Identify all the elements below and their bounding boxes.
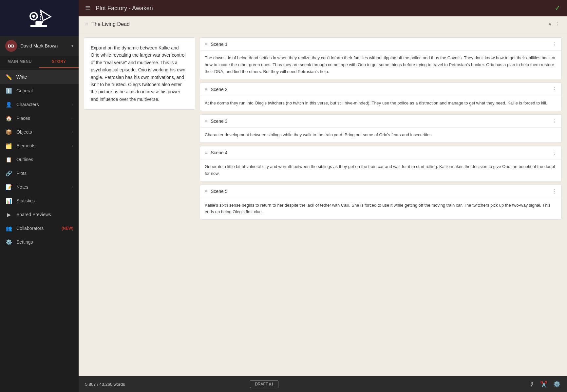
scene-5-body: Kallie's sixth sense begins to return to… [200, 198, 561, 220]
nav-elements-label: Elements [16, 143, 72, 148]
scene-5-title: Scene 5 [211, 189, 552, 194]
sidebar-item-outlines[interactable]: 📋 Outlines [0, 153, 79, 166]
tab-main-menu[interactable]: MAIN MENU [0, 56, 39, 68]
elements-icon: 🗂️ [5, 142, 12, 149]
sidebar-item-characters[interactable]: 👤 Characters › [0, 98, 79, 111]
statistics-icon: 📊 [5, 197, 12, 204]
topbar: ☰ Plot Factory - Awaken ✓ [79, 0, 567, 16]
two-column-layout: Expand on the dynamic between Kallie and… [79, 32, 567, 376]
sidebar-item-settings[interactable]: ⚙️ Settings [0, 235, 79, 249]
places-icon: 🏠 [5, 115, 12, 122]
sidebar-nav: ✏️ Write ℹ️ General 👤 Characters › 🏠 Pla… [0, 68, 79, 392]
sidebar-item-places[interactable]: 🏠 Places › [0, 111, 79, 125]
content-area: ≡ The Living Dead ∧ ⋮ Expand on the dyna… [79, 16, 567, 376]
tools-icon[interactable]: ✂️ [540, 381, 547, 388]
hamburger-icon[interactable]: ☰ [85, 5, 90, 12]
plots-icon: 🔗 [5, 170, 12, 177]
sidebar-item-plots[interactable]: 🔗 Plots [0, 166, 79, 180]
sidebar-item-collaborators[interactable]: 👥 Collaborators (NEW) [0, 221, 79, 235]
sidebar-item-notes[interactable]: 📝 Notes › [0, 180, 79, 194]
nav-settings-label: Settings [16, 239, 73, 245]
general-icon: ℹ️ [5, 87, 12, 94]
write-icon: ✏️ [5, 73, 12, 81]
app-logo-icon [26, 7, 52, 29]
scene-3-title: Scene 3 [211, 119, 552, 124]
sidebar-logo-area [0, 0, 79, 36]
episode-description-panel: Expand on the dynamic between Kallie and… [84, 37, 195, 110]
collapse-icon[interactable]: ∧ [548, 21, 552, 27]
scene-4-title: Scene 4 [211, 150, 552, 155]
nav-shared-previews-label: Shared Previews [16, 212, 73, 217]
characters-icon: 👤 [5, 101, 12, 108]
scene-1-title: Scene 1 [211, 42, 552, 47]
sidebar-tabs: MAIN MENU STORY [0, 56, 79, 68]
user-profile-row[interactable]: DB David Mark Brown ▾ [0, 36, 79, 56]
check-icon: ✓ [555, 4, 560, 12]
sidebar-item-general[interactable]: ℹ️ General [0, 84, 79, 98]
nav-general-label: General [16, 88, 73, 93]
scene-drag-icon: ≡ [205, 42, 207, 47]
settings-icon: ⚙️ [5, 238, 12, 246]
scene-4-more-icon[interactable]: ⋮ [552, 150, 557, 156]
scene-2-more-icon[interactable]: ⋮ [552, 86, 557, 92]
chevron-right-icon: › [72, 144, 73, 148]
chevron-right-icon: › [72, 116, 73, 120]
chapter-title: The Living Dead [91, 21, 545, 27]
objects-icon: 📦 [5, 128, 12, 136]
sidebar: DB David Mark Brown ▾ MAIN MENU STORY ✏️… [0, 0, 79, 392]
avatar: DB [5, 40, 17, 52]
sidebar-item-statistics[interactable]: 📊 Statistics [0, 194, 79, 208]
drag-handle-icon: ≡ [85, 21, 88, 27]
scene-3-body: Character development between siblings w… [200, 128, 561, 142]
chevron-right-icon: › [72, 130, 73, 134]
statusbar-icons: 🎙 ✂️ ⚙️ [528, 381, 560, 388]
scene-card-2: ≡ Scene 2 ⋮ At the dorms they run into O… [200, 83, 562, 111]
nav-characters-label: Characters [16, 102, 72, 107]
new-badge: (NEW) [62, 226, 73, 231]
microphone-icon[interactable]: 🎙 [528, 381, 534, 388]
scene-drag-icon: ≡ [205, 150, 207, 155]
nav-objects-label: Objects [16, 129, 72, 135]
scene-card-4: ≡ Scene 4 ⋮ Generate a little bit of vul… [200, 146, 562, 181]
draft-badge[interactable]: DRAFT #1 [250, 380, 278, 388]
chevron-right-icon: › [72, 185, 73, 189]
scene-1-more-icon[interactable]: ⋮ [552, 41, 557, 47]
scene-2-header: ≡ Scene 2 ⋮ [200, 83, 561, 96]
scene-3-header: ≡ Scene 3 ⋮ [200, 115, 561, 128]
sidebar-item-objects[interactable]: 📦 Objects › [0, 125, 79, 139]
scene-5-more-icon[interactable]: ⋮ [552, 188, 557, 195]
chapter-header: ≡ The Living Dead ∧ ⋮ [79, 16, 567, 32]
tab-story[interactable]: STORY [39, 56, 79, 68]
sidebar-item-write[interactable]: ✏️ Write [0, 70, 79, 84]
scene-2-title: Scene 2 [211, 87, 552, 92]
scene-1-body: The downside of being dead settles in wh… [200, 51, 561, 79]
nav-places-label: Places [16, 116, 72, 121]
main-content: ☰ Plot Factory - Awaken ✓ ≡ The Living D… [79, 0, 567, 392]
statusbar: 5,807 / 43,260 words DRAFT #1 🎙 ✂️ ⚙️ [79, 376, 567, 392]
nav-write-label: Write [16, 74, 73, 80]
topbar-title: Plot Factory - Awaken [96, 5, 153, 12]
nav-outlines-label: Outlines [16, 157, 73, 162]
episode-description-text: Expand on the dynamic between Kallie and… [91, 44, 188, 103]
sidebar-item-elements[interactable]: 🗂️ Elements › [0, 139, 79, 153]
scenes-column: ≡ Scene 1 ⋮ The downside of being dead s… [200, 37, 562, 371]
scene-1-header: ≡ Scene 1 ⋮ [200, 38, 561, 51]
scene-4-header: ≡ Scene 4 ⋮ [200, 146, 561, 159]
nav-plots-label: Plots [16, 171, 73, 176]
sidebar-item-shared-previews[interactable]: ▶ Shared Previews [0, 208, 79, 221]
outlines-icon: 📋 [5, 156, 12, 163]
nav-collaborators-label: Collaborators [16, 226, 60, 231]
svg-rect-5 [35, 21, 42, 25]
scene-drag-icon: ≡ [205, 119, 207, 124]
more-options-icon[interactable]: ⋮ [555, 21, 560, 27]
scene-5-header: ≡ Scene 5 ⋮ [200, 185, 561, 198]
shared-previews-icon: ▶ [5, 211, 12, 218]
scene-drag-icon: ≡ [205, 189, 207, 194]
chevron-down-icon: ▾ [71, 44, 73, 48]
scene-3-more-icon[interactable]: ⋮ [552, 118, 557, 124]
chevron-right-icon: › [72, 103, 73, 106]
scene-card-5: ≡ Scene 5 ⋮ Kallie's sixth sense begins … [200, 185, 562, 220]
settings-gear-icon[interactable]: ⚙️ [553, 381, 560, 388]
scene-card-3: ≡ Scene 3 ⋮ Character development betwee… [200, 114, 562, 143]
scene-2-body: At the dorms they run into Oleg's twitch… [200, 96, 561, 111]
